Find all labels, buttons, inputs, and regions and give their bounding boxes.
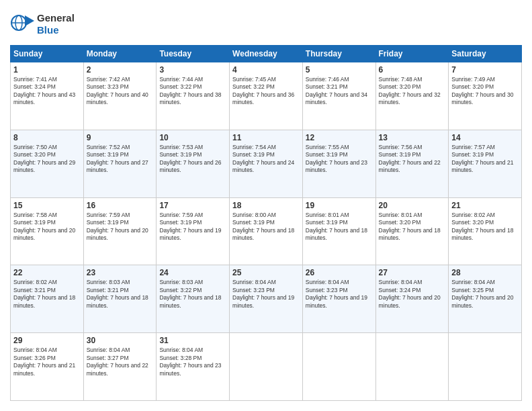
- day-info: Sunrise: 7:57 AM Sunset: 3:19 PM Dayligh…: [451, 144, 519, 175]
- day-number: 26: [306, 268, 373, 277]
- calendar-day-cell: 23 Sunrise: 8:03 AM Sunset: 3:21 PM Dayl…: [83, 265, 157, 333]
- calendar-day-cell: 26 Sunrise: 8:04 AM Sunset: 3:23 PM Dayl…: [302, 265, 375, 333]
- day-number: 9: [87, 133, 154, 142]
- calendar-week-row: 15 Sunrise: 7:58 AM Sunset: 3:19 PM Dayl…: [11, 197, 522, 265]
- day-info: Sunrise: 8:03 AM Sunset: 3:21 PM Dayligh…: [87, 279, 154, 310]
- calendar-day-cell: 3 Sunrise: 7:44 AM Sunset: 3:22 PM Dayli…: [157, 62, 230, 130]
- day-number: 30: [87, 336, 154, 345]
- calendar-table: SundayMondayTuesdayWednesdayThursdayFrid…: [10, 45, 522, 401]
- day-number: 20: [379, 201, 446, 210]
- calendar-day-cell: 30 Sunrise: 8:04 AM Sunset: 3:27 PM Dayl…: [83, 333, 157, 401]
- day-info: Sunrise: 7:49 AM Sunset: 3:20 PM Dayligh…: [451, 76, 519, 107]
- day-info: Sunrise: 8:02 AM Sunset: 3:21 PM Dayligh…: [13, 279, 81, 310]
- calendar-day-cell: 6 Sunrise: 7:48 AM Sunset: 3:20 PM Dayli…: [375, 62, 449, 130]
- day-info: Sunrise: 7:50 AM Sunset: 3:20 PM Dayligh…: [13, 144, 81, 175]
- header: General Blue: [10, 10, 522, 38]
- calendar-week-row: 1 Sunrise: 7:41 AM Sunset: 3:24 PM Dayli…: [11, 62, 522, 130]
- day-info: Sunrise: 7:59 AM Sunset: 3:19 PM Dayligh…: [87, 212, 154, 242]
- day-info: Sunrise: 7:42 AM Sunset: 3:23 PM Dayligh…: [87, 76, 154, 107]
- day-number: 27: [379, 268, 446, 277]
- calendar-day-cell: [449, 333, 522, 401]
- day-number: 25: [232, 268, 300, 277]
- day-info: Sunrise: 7:54 AM Sunset: 3:19 PM Dayligh…: [232, 144, 300, 175]
- day-number: 3: [159, 65, 226, 75]
- day-number: 29: [13, 336, 81, 345]
- calendar-day-cell: 2 Sunrise: 7:42 AM Sunset: 3:23 PM Dayli…: [83, 62, 157, 130]
- day-number: 12: [306, 133, 373, 142]
- day-number: 28: [451, 268, 519, 277]
- calendar-body: 1 Sunrise: 7:41 AM Sunset: 3:24 PM Dayli…: [11, 62, 522, 401]
- calendar-day-cell: 15 Sunrise: 7:58 AM Sunset: 3:19 PM Dayl…: [11, 197, 84, 265]
- day-number: 17: [159, 201, 226, 210]
- day-info: Sunrise: 8:01 AM Sunset: 3:19 PM Dayligh…: [306, 212, 373, 242]
- day-number: 19: [306, 201, 373, 210]
- calendar-day-cell: 17 Sunrise: 7:59 AM Sunset: 3:19 PM Dayl…: [157, 197, 230, 265]
- day-of-week-header: Saturday: [449, 46, 522, 62]
- calendar-day-cell: 10 Sunrise: 7:53 AM Sunset: 3:19 PM Dayl…: [157, 130, 230, 197]
- day-number: 11: [232, 133, 300, 142]
- calendar-day-cell: 19 Sunrise: 8:01 AM Sunset: 3:19 PM Dayl…: [302, 197, 375, 265]
- calendar-day-cell: 8 Sunrise: 7:50 AM Sunset: 3:20 PM Dayli…: [11, 130, 84, 197]
- day-of-week-header: Thursday: [302, 46, 375, 62]
- calendar-day-cell: 1 Sunrise: 7:41 AM Sunset: 3:24 PM Dayli…: [11, 62, 84, 130]
- day-number: 22: [13, 268, 81, 277]
- calendar-day-cell: 31 Sunrise: 8:04 AM Sunset: 3:28 PM Dayl…: [157, 333, 230, 401]
- day-number: 14: [451, 133, 519, 142]
- day-number: 7: [451, 65, 519, 75]
- calendar-week-row: 22 Sunrise: 8:02 AM Sunset: 3:21 PM Dayl…: [11, 265, 522, 333]
- day-info: Sunrise: 8:02 AM Sunset: 3:20 PM Dayligh…: [451, 212, 519, 242]
- calendar-day-cell: 13 Sunrise: 7:56 AM Sunset: 3:19 PM Dayl…: [375, 130, 449, 197]
- day-info: Sunrise: 8:04 AM Sunset: 3:27 PM Dayligh…: [87, 347, 154, 377]
- calendar-day-cell: 5 Sunrise: 7:46 AM Sunset: 3:21 PM Dayli…: [302, 62, 375, 130]
- day-info: Sunrise: 7:55 AM Sunset: 3:19 PM Dayligh…: [306, 144, 373, 175]
- day-number: 21: [451, 201, 519, 210]
- day-info: Sunrise: 7:44 AM Sunset: 3:22 PM Dayligh…: [159, 76, 226, 107]
- day-info: Sunrise: 8:04 AM Sunset: 3:24 PM Dayligh…: [379, 279, 446, 310]
- day-info: Sunrise: 7:53 AM Sunset: 3:19 PM Dayligh…: [159, 144, 226, 175]
- calendar-day-cell: 22 Sunrise: 8:02 AM Sunset: 3:21 PM Dayl…: [11, 265, 84, 333]
- day-info: Sunrise: 8:00 AM Sunset: 3:19 PM Dayligh…: [232, 212, 300, 242]
- day-number: 2: [87, 65, 154, 75]
- calendar-day-cell: 27 Sunrise: 8:04 AM Sunset: 3:24 PM Dayl…: [375, 265, 449, 333]
- day-number: 1: [13, 65, 81, 75]
- day-info: Sunrise: 7:46 AM Sunset: 3:21 PM Dayligh…: [306, 76, 373, 107]
- day-info: Sunrise: 7:58 AM Sunset: 3:19 PM Dayligh…: [13, 212, 81, 242]
- calendar-day-cell: 18 Sunrise: 8:00 AM Sunset: 3:19 PM Dayl…: [230, 197, 303, 265]
- day-number: 15: [13, 201, 81, 210]
- day-info: Sunrise: 8:04 AM Sunset: 3:25 PM Dayligh…: [451, 279, 519, 310]
- day-number: 31: [159, 336, 226, 345]
- day-of-week-header: Friday: [375, 46, 449, 62]
- day-of-week-header: Monday: [83, 46, 157, 62]
- calendar-day-cell: 12 Sunrise: 7:55 AM Sunset: 3:19 PM Dayl…: [302, 130, 375, 197]
- day-number: 13: [379, 133, 446, 142]
- day-info: Sunrise: 8:04 AM Sunset: 3:26 PM Dayligh…: [13, 347, 81, 377]
- calendar-week-row: 29 Sunrise: 8:04 AM Sunset: 3:26 PM Dayl…: [11, 333, 522, 401]
- calendar-day-cell: 9 Sunrise: 7:52 AM Sunset: 3:19 PM Dayli…: [83, 130, 157, 197]
- day-number: 6: [379, 65, 446, 75]
- calendar-day-cell: 29 Sunrise: 8:04 AM Sunset: 3:26 PM Dayl…: [11, 333, 84, 401]
- day-info: Sunrise: 7:52 AM Sunset: 3:19 PM Dayligh…: [87, 144, 154, 175]
- day-of-week-header: Sunday: [11, 46, 84, 62]
- calendar-day-cell: 11 Sunrise: 7:54 AM Sunset: 3:19 PM Dayl…: [230, 130, 303, 197]
- day-info: Sunrise: 7:56 AM Sunset: 3:19 PM Dayligh…: [379, 144, 446, 175]
- day-info: Sunrise: 7:48 AM Sunset: 3:20 PM Dayligh…: [379, 76, 446, 107]
- calendar-day-cell: 21 Sunrise: 8:02 AM Sunset: 3:20 PM Dayl…: [449, 197, 522, 265]
- calendar-day-cell: 28 Sunrise: 8:04 AM Sunset: 3:25 PM Dayl…: [449, 265, 522, 333]
- day-info: Sunrise: 8:03 AM Sunset: 3:22 PM Dayligh…: [159, 279, 226, 310]
- day-info: Sunrise: 7:41 AM Sunset: 3:24 PM Dayligh…: [13, 76, 81, 107]
- day-number: 4: [232, 65, 300, 75]
- day-info: Sunrise: 8:01 AM Sunset: 3:20 PM Dayligh…: [379, 212, 446, 242]
- logo: General Blue: [10, 10, 75, 38]
- calendar-day-cell: 20 Sunrise: 8:01 AM Sunset: 3:20 PM Dayl…: [375, 197, 449, 265]
- day-number: 8: [13, 133, 81, 142]
- day-info: Sunrise: 8:04 AM Sunset: 3:28 PM Dayligh…: [159, 347, 226, 377]
- page: General Blue SundayMondayTuesdayWednesda…: [0, 0, 532, 411]
- logo-name-general: General: [37, 12, 75, 24]
- calendar-header-row: SundayMondayTuesdayWednesdayThursdayFrid…: [11, 46, 522, 62]
- calendar-day-cell: 14 Sunrise: 7:57 AM Sunset: 3:19 PM Dayl…: [449, 130, 522, 197]
- logo-icon: [10, 10, 36, 36]
- day-of-week-header: Tuesday: [157, 46, 230, 62]
- day-number: 10: [159, 133, 226, 142]
- day-number: 23: [87, 268, 154, 277]
- day-info: Sunrise: 7:45 AM Sunset: 3:22 PM Dayligh…: [232, 76, 300, 107]
